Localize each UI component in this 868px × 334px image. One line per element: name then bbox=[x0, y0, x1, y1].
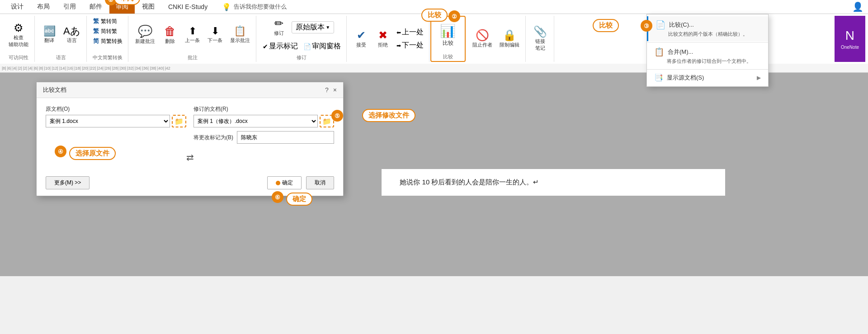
group-compare: ② 比较 📊 比较 比较 bbox=[430, 16, 466, 62]
search-hint-area: 💡 告诉我你想要做什么 bbox=[222, 3, 287, 11]
btn-delete-comment[interactable]: 🗑 删除 bbox=[160, 24, 180, 46]
modified-doc-col: 修订的文档(R) 案例 1（修改）.docx 📁 将更改标记为(B) bbox=[193, 105, 334, 144]
btn-prev-comment[interactable]: ⬆ 上一条 bbox=[183, 25, 203, 45]
prev-comment-icon: ⬆ bbox=[189, 26, 197, 36]
btn-show-comments[interactable]: 📋 显示批注 bbox=[228, 25, 252, 45]
language-icon: Aあ bbox=[63, 26, 80, 36]
convert-label: 简繁转换 bbox=[101, 38, 123, 45]
pane-label: 审阅窗格 bbox=[312, 42, 341, 51]
annotation-5: ⑤ bbox=[331, 110, 343, 122]
show-comments-icon: 📋 bbox=[234, 26, 246, 36]
ok-dot bbox=[276, 181, 280, 185]
group-comments: 💬 新建批注 🗑 删除 ⬆ 上一条 ⬇ 下一条 📋 显示批注 bbox=[129, 16, 256, 62]
dialog-inputs-row: 原文档(O) 案例 1.docx 📁 ④ 选择原文件 bbox=[46, 105, 334, 144]
next-change-icon: ➡ bbox=[396, 43, 401, 48]
btn-new-comment[interactable]: 💬 新建批注 bbox=[133, 24, 157, 46]
prev-comment-label: 上一条 bbox=[185, 37, 200, 44]
folder2-icon: 📁 bbox=[322, 117, 331, 126]
annotation-label-5: 选择修改文件 bbox=[362, 109, 415, 122]
original-select[interactable]: 案例 1.docx bbox=[46, 115, 170, 127]
ribbon-body: ⚙ 检查辅助功能 可访问性 🔤 翻译 Aあ 语言 语言 bbox=[0, 14, 868, 64]
tab-reference[interactable]: 引用 bbox=[57, 0, 82, 14]
new-comment-icon: 💬 bbox=[138, 25, 152, 37]
btn-accessibility[interactable]: ⚙ 检查辅助功能 bbox=[6, 21, 31, 49]
tab-layout[interactable]: 布局 bbox=[31, 0, 56, 14]
btn-language[interactable]: Aあ 语言 bbox=[61, 25, 83, 45]
mark-row: 将更改标记为(B) bbox=[193, 131, 334, 144]
onenote-panel[interactable]: N OneNote bbox=[835, 16, 865, 62]
tab-review[interactable]: 审阅 ① 审阅 bbox=[109, 0, 135, 14]
original-input-row: 案例 1.docx 📁 bbox=[46, 115, 186, 127]
next-change-label: 下一处 bbox=[402, 41, 424, 50]
more-btn[interactable]: 更多(M) >> bbox=[46, 176, 90, 189]
dialog-close-btn[interactable]: × bbox=[333, 86, 337, 94]
ok-btn[interactable]: 确定 bbox=[267, 176, 302, 189]
accessibility-label: 检查辅助功能 bbox=[9, 34, 28, 48]
btn-prev-change[interactable]: ⬅ 上一处 bbox=[395, 27, 425, 38]
btn-translate[interactable]: 🔤 翻译 bbox=[39, 25, 59, 45]
version-label: 原始版本 bbox=[296, 23, 325, 32]
cancel-btn[interactable]: 取消 bbox=[306, 176, 334, 189]
document-area: 比较文档 ? × 原文档(O) 案例 1.docx bbox=[0, 73, 868, 276]
tab-mail[interactable]: 邮件 bbox=[83, 0, 108, 14]
btn-show-markup[interactable]: ✔ 显示标记 bbox=[261, 41, 300, 52]
accept-icon: ✔ bbox=[357, 30, 366, 41]
group-tracking-label: 修订 bbox=[297, 53, 307, 61]
show-source-label: 显示源文档(S) bbox=[667, 74, 704, 82]
annotation-3: ③ bbox=[641, 20, 652, 32]
btn-traditional-to-simplified[interactable]: 繁 繁转简 bbox=[91, 17, 119, 26]
tab-design[interactable]: 设计 bbox=[5, 0, 30, 14]
track-icon: ✏ bbox=[274, 18, 283, 29]
dropdown-merge-desc: 将多位作者的修订组合到一个文档中。 bbox=[654, 58, 761, 65]
markup-label: 显示标记 bbox=[269, 42, 298, 51]
dropdown-compare-title: 比较(C)... bbox=[669, 21, 694, 29]
tab-view[interactable]: 视图 bbox=[136, 0, 161, 14]
mark-label: 将更改标记为(B) bbox=[193, 134, 233, 141]
btn-track-changes[interactable]: ✏ 修订 bbox=[269, 17, 289, 38]
btn-review-pane[interactable]: 📄 审阅窗格 bbox=[302, 41, 343, 52]
btn-compare[interactable]: 📊 比较 bbox=[436, 22, 460, 48]
annotation-label-2: 比较 bbox=[421, 9, 448, 22]
btn-version-dropdown[interactable]: 原始版本 ▼ bbox=[292, 21, 334, 33]
btn-simp-trad-convert[interactable]: 简 简繁转换 bbox=[91, 37, 124, 46]
mark-input[interactable] bbox=[237, 131, 334, 144]
prev-change-icon: ⬅ bbox=[396, 30, 401, 35]
restrict-label: 限制编辑 bbox=[500, 42, 519, 48]
dialog-body: 原文档(O) 案例 1.docx 📁 ④ 选择原文件 bbox=[37, 98, 343, 172]
btn-block-author[interactable]: 🚫 阻止作者 bbox=[470, 28, 495, 50]
annotation-label-4: 选择原文件 bbox=[69, 147, 116, 160]
pane-icon: 📄 bbox=[303, 43, 311, 50]
compare-dropdown: 📄 比较(C)... 比较文档的两个版本（精确比较）。 ③ 比较 📋 合并(M)… bbox=[646, 14, 769, 87]
original-browse-btn[interactable]: 📁 bbox=[172, 115, 186, 127]
link-notes-icon: 📎 bbox=[533, 26, 547, 37]
btn-restrict-edit[interactable]: 🔒 限制编辑 bbox=[497, 28, 522, 50]
block-author-label: 阻止作者 bbox=[472, 42, 492, 48]
annotation-label-6: 确定 bbox=[286, 193, 312, 206]
btn-accept[interactable]: ✔ 接受 bbox=[351, 28, 371, 50]
dropdown-merge-item[interactable]: 📋 合并(M)... 将多位作者的修订组合到一个文档中。 bbox=[647, 43, 768, 68]
tab-cnki[interactable]: CNKI E-Study bbox=[162, 0, 214, 13]
compare-label: 比较 bbox=[443, 39, 453, 47]
delete-comment-icon: 🗑 bbox=[164, 25, 176, 37]
btn-next-change[interactable]: ➡ 下一处 bbox=[395, 40, 425, 51]
dropdown-compare-item[interactable]: 📄 比较(C)... 比较文档的两个版本（精确比较）。 bbox=[647, 16, 768, 41]
btn-simplified-to-traditional[interactable]: 繁 简转繁 bbox=[91, 27, 119, 36]
group-accessibility: ⚙ 检查辅助功能 可访问性 bbox=[3, 16, 35, 62]
show-source-icon: 📑 bbox=[654, 73, 663, 82]
dropdown-show-source[interactable]: 📑 显示源文档(S) ▶ bbox=[647, 71, 768, 85]
simp-trad-label: 简转繁 bbox=[101, 28, 117, 35]
dropdown-arrow-icon: ▶ bbox=[757, 75, 761, 81]
user-icon: 👤 bbox=[852, 2, 863, 12]
onenote-icon: N bbox=[845, 28, 854, 43]
markup-icon: ✔ bbox=[263, 43, 268, 50]
group-tracking: ✏ 修订 原始版本 ▼ ✔ 显示标记 📄 审阅窗格 bbox=[257, 16, 347, 62]
btn-link-notes[interactable]: 📎 链接笔记 bbox=[530, 25, 550, 53]
modified-select[interactable]: 案例 1（修改）.docx bbox=[193, 115, 318, 127]
btn-next-comment[interactable]: ⬇ 下一条 bbox=[205, 25, 225, 45]
dialog-help-btn[interactable]: ? bbox=[325, 86, 329, 94]
swap-icon[interactable]: ⇄ bbox=[186, 152, 194, 163]
btn-reject[interactable]: ✖ 拒绝 bbox=[373, 28, 393, 50]
compare-dialog: 比较文档 ? × 原文档(O) 案例 1.docx bbox=[36, 82, 344, 196]
reject-icon: ✖ bbox=[378, 30, 387, 41]
doc-content: 她说你 10 秒后看到的人会是陪你一生的人。↵ bbox=[400, 178, 539, 186]
